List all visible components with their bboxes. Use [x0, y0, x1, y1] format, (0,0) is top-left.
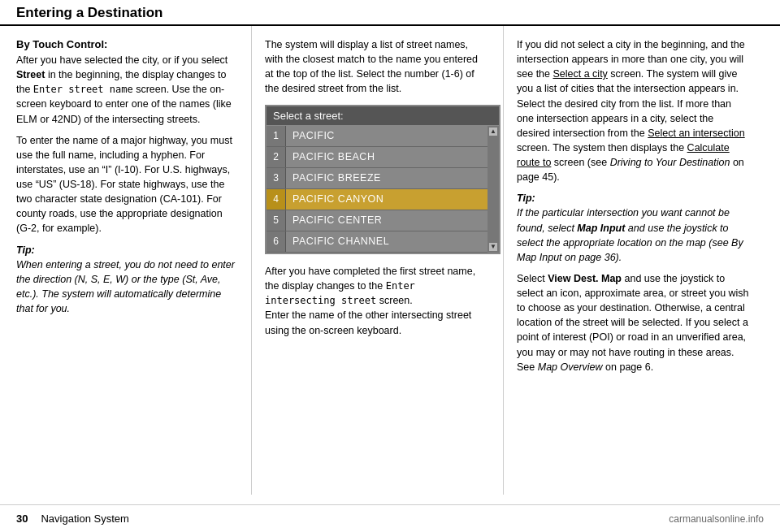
widget-title: Select a street:	[266, 106, 499, 126]
item-label-2: PACIFIC BEACH	[286, 151, 375, 162]
scroll-up-button[interactable]: ▲	[489, 128, 497, 136]
left-column: By Touch Control: After you have selecte…	[0, 26, 252, 495]
select-an-intersection-link: Select an intersection	[648, 128, 745, 139]
item-num-4: 4	[266, 189, 286, 210]
item-label-6: PACIFIC CHANNEL	[286, 236, 389, 247]
section1-p2: To enter the name of a major highway, yo…	[16, 133, 236, 236]
map-input-bold: Map Input	[577, 223, 625, 234]
footer-nav-text: Navigation System	[41, 513, 128, 525]
section1-p1a: After you have selected the city, or if …	[16, 54, 228, 66]
street-item-3[interactable]: 3 PACIFIC BREEZE	[266, 168, 499, 189]
street-item-5[interactable]: 5 PACIFIC CENTER	[266, 210, 499, 231]
item-num-2: 2	[266, 147, 286, 167]
item-label-4: PACIFIC CANYON	[286, 193, 384, 205]
scroll-down-button[interactable]: ▼	[489, 243, 497, 251]
right-p1: If you did not select a city in the begi…	[517, 37, 749, 184]
middle-column: The system will display a list of street…	[252, 26, 504, 495]
driving-destination-italic: Driving to Your Destination	[610, 157, 730, 168]
item-label-5: PACIFIC CENTER	[286, 214, 382, 226]
item-num-3: 3	[266, 168, 286, 188]
item-label-1: PACIFIC	[286, 130, 335, 141]
page-title: Entering a Destination	[16, 5, 764, 21]
tip-heading-right: Tip:	[517, 192, 535, 204]
section1-heading: By Touch Control:	[16, 38, 107, 50]
street-select-widget: Select a street: 1 PACIFIC 2 PACIFIC BEA…	[265, 105, 500, 254]
street-list: 1 PACIFIC 2 PACIFIC BEACH 3 PACIFIC BREE…	[266, 126, 499, 253]
scroll-bar[interactable]: ▲ ▼	[488, 126, 499, 253]
enter-intersecting-mono: Enter intersecting street	[265, 280, 415, 306]
middle-intro: The system will display a list of street…	[265, 37, 488, 97]
section1-mono1: Enter street name	[33, 84, 133, 95]
item-num-5: 5	[266, 210, 286, 231]
content-area: By Touch Control: After you have selecte…	[0, 26, 780, 495]
footer-page-num: 30	[16, 513, 28, 525]
footer-site: carmanualsonline.info	[669, 513, 764, 525]
street-item-6[interactable]: 6 PACIFIC CHANNEL	[266, 231, 499, 253]
item-num-6: 6	[266, 231, 286, 252]
street-item-2[interactable]: 2 PACIFIC BEACH	[266, 147, 499, 168]
middle-p2: After you have completed the first stree…	[265, 264, 488, 338]
select-a-city-link: Select a city	[552, 68, 607, 80]
right-p3: Select View Dest. Map and use the joysti…	[517, 271, 749, 374]
tip-body-left: When entering a street, you do not need …	[16, 259, 235, 314]
page-header: Entering a Destination	[0, 0, 780, 26]
view-dest-map-bold: View Dest. Map	[548, 273, 622, 284]
tip-heading-left: Tip:	[16, 244, 35, 256]
street-item-1[interactable]: 1 PACIFIC	[266, 126, 499, 147]
map-overview-italic: Map Overview	[538, 361, 603, 373]
item-label-3: PACIFIC BREEZE	[286, 172, 381, 184]
page-footer: 30 Navigation System carmanualsonline.in…	[0, 504, 780, 532]
section1-bold-street: Street	[16, 69, 45, 80]
tip-body-right: If the particular intersection you want …	[517, 207, 743, 262]
item-num-1: 1	[266, 126, 286, 146]
street-item-4[interactable]: 4 PACIFIC CANYON	[266, 189, 499, 210]
right-column: If you did not select a city in the begi…	[504, 26, 764, 495]
street-list-container: 1 PACIFIC 2 PACIFIC BEACH 3 PACIFIC BREE…	[266, 126, 499, 253]
